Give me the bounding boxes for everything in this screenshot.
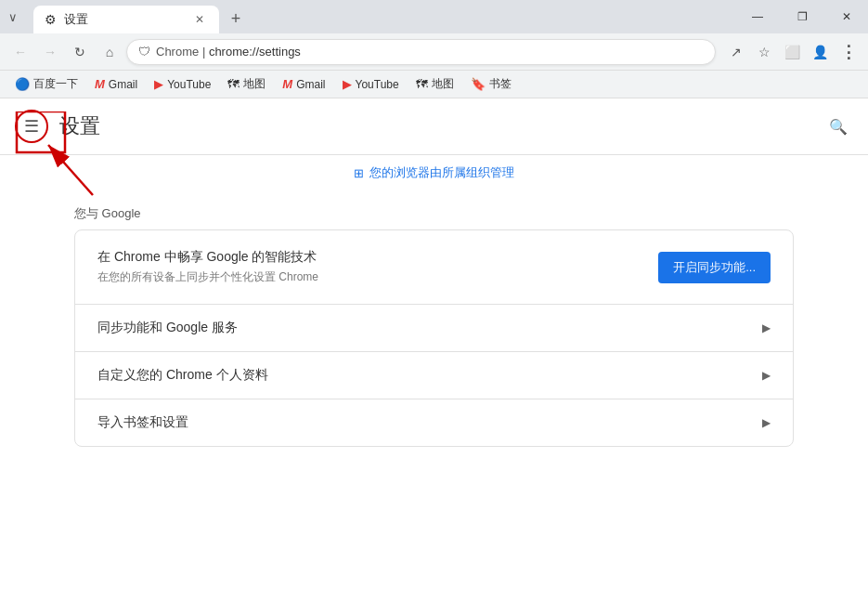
customize-profile-label: 自定义您的 Chrome 个人资料 xyxy=(97,367,762,384)
url-path: chrome://settings xyxy=(209,45,301,59)
youtube-label-1: YouTube xyxy=(167,78,211,91)
hamburger-button[interactable]: ☰ xyxy=(15,110,48,143)
sync-promo-secondary: 在您的所有设备上同步并个性化设置 Chrome xyxy=(97,269,643,285)
hamburger-icon: ☰ xyxy=(24,116,39,137)
settings-header: ☰ 设置 🔍 xyxy=(0,98,868,155)
profile-button[interactable]: 👤 xyxy=(807,39,833,65)
bookmark-gmail-1[interactable]: M Gmail xyxy=(87,75,145,93)
url-actions: ↗ ☆ ⬜ 👤 ⋮ xyxy=(723,39,861,65)
titlebar: ∨ ⚙ 设置 ✕ + — ❐ ✕ xyxy=(0,0,868,33)
bookmark-maps-1[interactable]: 🗺 地图 xyxy=(220,74,273,94)
back-button[interactable]: ← xyxy=(7,39,33,65)
refresh-button[interactable]: ↻ xyxy=(67,39,93,65)
minimize-button[interactable]: — xyxy=(736,0,779,33)
bookmark-baidu[interactable]: 🔵 百度一下 xyxy=(7,74,85,94)
gmail-icon-2: M xyxy=(282,77,292,91)
baidu-label: 百度一下 xyxy=(33,76,78,92)
google-card: 在 Chrome 中畅享 Google 的智能技术 在您的所有设备上同步并个性化… xyxy=(74,229,794,447)
customize-profile-row[interactable]: 自定义您的 Chrome 个人资料 ▶ xyxy=(75,352,793,399)
sync-button[interactable]: 开启同步功能... xyxy=(658,252,771,283)
youtube-icon-1: ▶ xyxy=(154,77,163,91)
tab-close-button[interactable]: ✕ xyxy=(191,11,208,28)
addressbar: ← → ↻ ⌂ 🛡 Chrome | chrome://settings ↗ ☆… xyxy=(0,33,868,71)
extensions-button[interactable]: ⬜ xyxy=(779,39,805,65)
org-icon: ⊞ xyxy=(354,166,364,180)
url-separator: | xyxy=(202,45,209,59)
bookmark-gmail-2[interactable]: M Gmail xyxy=(275,75,332,93)
page-title: 设置 xyxy=(59,112,100,140)
url-scheme: Chrome xyxy=(156,45,199,59)
bookmarks-bar: 🔵 百度一下 M Gmail ▶ YouTube 🗺 地图 M Gmail ▶ … xyxy=(0,71,868,98)
url-bar[interactable]: 🛡 Chrome | chrome://settings xyxy=(126,39,716,65)
import-bookmarks-label: 导入书签和设置 xyxy=(97,414,762,431)
gmail-label-2: Gmail xyxy=(296,78,325,91)
section-title: 您与 Google xyxy=(74,190,794,229)
bookmark-youtube-1[interactable]: ▶ YouTube xyxy=(147,75,218,93)
tab-area: ⚙ 设置 ✕ + xyxy=(26,0,736,33)
bookmark-button[interactable]: ☆ xyxy=(751,39,777,65)
chevron-right-icon-3: ▶ xyxy=(762,416,771,429)
org-notice: ⊞ 您的浏览器由所属组织管理 xyxy=(74,155,794,190)
youtube-label-2: YouTube xyxy=(356,78,399,91)
youtube-icon-2: ▶ xyxy=(343,77,352,91)
home-button[interactable]: ⌂ xyxy=(97,39,123,65)
sync-promo: 在 Chrome 中畅享 Google 的智能技术 在您的所有设备上同步并个性化… xyxy=(75,230,793,304)
new-tab-button[interactable]: + xyxy=(223,6,249,32)
bookmark-bookmarks[interactable]: 🔖 书签 xyxy=(463,74,519,94)
baidu-icon: 🔵 xyxy=(15,77,30,91)
content-area: ⊞ 您的浏览器由所属组织管理 您与 Google 在 Chrome 中畅享 Go… xyxy=(0,155,868,589)
chevron-right-icon-2: ▶ xyxy=(762,369,771,382)
maps-icon-1: 🗺 xyxy=(227,77,240,91)
settings-tab-label: 设置 xyxy=(64,11,88,28)
bookmarks-icon: 🔖 xyxy=(471,77,486,91)
bookmark-maps-2[interactable]: 🗺 地图 xyxy=(408,74,461,94)
import-bookmarks-row[interactable]: 导入书签和设置 ▶ xyxy=(75,399,793,446)
gmail-icon-1: M xyxy=(95,77,105,91)
chrome-menu-button[interactable]: ⋮ xyxy=(835,39,861,65)
close-button[interactable]: ✕ xyxy=(825,0,868,33)
bookmarks-label: 书签 xyxy=(489,76,512,92)
bookmark-youtube-2[interactable]: ▶ YouTube xyxy=(335,75,407,93)
sync-promo-text: 在 Chrome 中畅享 Google 的智能技术 在您的所有设备上同步并个性化… xyxy=(97,249,643,285)
search-icon: 🔍 xyxy=(829,118,848,136)
sync-services-label: 同步功能和 Google 服务 xyxy=(97,320,762,336)
settings-tab-icon: ⚙ xyxy=(45,12,57,27)
page-content: ☰ 设置 🔍 ⊞ 您的浏览器由所属组织管理 您与 Google 在 Chrome… xyxy=(0,98,868,589)
window-controls: — ❐ ✕ xyxy=(736,0,868,33)
sync-services-row[interactable]: 同步功能和 Google 服务 ▶ xyxy=(75,305,793,351)
forward-button[interactable]: → xyxy=(37,39,63,65)
chevron-down-icon[interactable]: ∨ xyxy=(6,9,20,24)
org-notice-text[interactable]: 您的浏览器由所属组织管理 xyxy=(369,164,514,181)
maps-icon-2: 🗺 xyxy=(416,77,428,91)
sync-promo-primary: 在 Chrome 中畅享 Google 的智能技术 xyxy=(97,249,643,266)
maps-label-2: 地图 xyxy=(432,76,454,92)
maps-label-1: 地图 xyxy=(243,76,266,92)
share-button[interactable]: ↗ xyxy=(723,39,749,65)
url-text: Chrome | chrome://settings xyxy=(156,45,301,59)
gmail-label-1: Gmail xyxy=(109,78,137,91)
titlebar-arrows: ∨ xyxy=(0,0,26,33)
chevron-right-icon-1: ▶ xyxy=(762,321,771,334)
search-button[interactable]: 🔍 xyxy=(823,111,853,141)
security-icon: 🛡 xyxy=(138,45,150,59)
settings-tab[interactable]: ⚙ 设置 ✕ xyxy=(33,6,219,33)
maximize-button[interactable]: ❐ xyxy=(781,0,823,33)
